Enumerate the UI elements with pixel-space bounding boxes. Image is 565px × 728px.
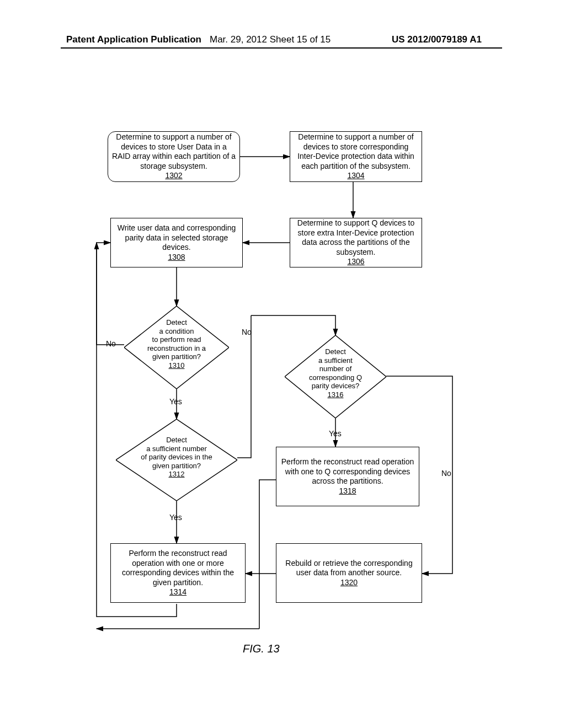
step-1306-num: 1306 — [347, 257, 364, 267]
step-1318-text: Perform the reconstruct read operation w… — [280, 457, 415, 486]
decision-1312: Detect a sufficient number of parity dev… — [116, 419, 116, 420]
d1310-l3: to perform read — [152, 335, 201, 344]
label-no-1312: No — [242, 328, 252, 336]
decision-1316: Detect a sufficient number of correspond… — [285, 335, 285, 336]
step-1314: Perform the reconstruct read operation w… — [110, 543, 246, 603]
label-yes-1316: Yes — [329, 429, 342, 438]
step-1306: Determine to support Q devices to store … — [290, 218, 422, 267]
d1310-l2: a condition — [159, 327, 194, 335]
label-yes-1310: Yes — [169, 397, 182, 406]
step-1302-text: Determine to support a number of devices… — [111, 132, 236, 171]
d1316-l2: a sufficient — [318, 356, 353, 365]
step-1304: Determine to support a number of devices… — [290, 131, 422, 182]
d1312-l4: given partition? — [152, 462, 201, 470]
label-no-1310: No — [106, 339, 116, 348]
d1310-num: 1310 — [169, 361, 185, 370]
d1316-l3: number of — [319, 365, 352, 373]
d1310-l4: reconstruction in a — [147, 344, 206, 352]
d1316-l4: corresponding Q — [309, 373, 362, 382]
step-1314-num: 1314 — [169, 587, 186, 597]
figure-caption: FIG. 13 — [243, 643, 280, 655]
step-1320-text: Rebuild or retrieve the corresponding us… — [280, 559, 418, 578]
step-1308: Write user data and corresponding parity… — [110, 218, 243, 267]
d1310-l5: given partition? — [152, 352, 201, 361]
step-1306-text: Determine to support Q devices to store … — [294, 218, 418, 257]
step-1308-num: 1308 — [168, 253, 185, 263]
step-1318-num: 1318 — [339, 486, 356, 496]
d1310-l1: Detect — [166, 318, 187, 326]
step-1320-num: 1320 — [340, 578, 358, 588]
step-1302: Determine to support a number of devices… — [108, 131, 240, 182]
step-1302-num: 1302 — [165, 171, 182, 181]
step-1318: Perform the reconstruct read operation w… — [276, 447, 419, 506]
label-no-1316: No — [441, 469, 451, 478]
step-1320: Rebuild or retrieve the corresponding us… — [276, 543, 422, 603]
d1316-num: 1316 — [328, 390, 344, 399]
d1312-l2: a sufficient number — [146, 445, 207, 453]
step-1304-text: Determine to support a number of devices… — [294, 132, 418, 171]
step-1308-text: Write user data and corresponding parity… — [114, 223, 239, 253]
label-yes-1312: Yes — [169, 513, 182, 522]
d1316-l1: Detect — [325, 347, 346, 356]
d1312-l3: of parity devices in the — [141, 453, 212, 461]
step-1304-num: 1304 — [347, 171, 364, 181]
d1316-l5: parity devices? — [312, 382, 360, 390]
step-1314-text: Perform the reconstruct read operation w… — [114, 549, 242, 587]
decision-1310: Detect a condition to perform read recon… — [124, 306, 125, 307]
flow-connectors — [0, 0, 565, 728]
d1312-l1: Detect — [166, 436, 187, 444]
d1312-num: 1312 — [169, 470, 185, 478]
